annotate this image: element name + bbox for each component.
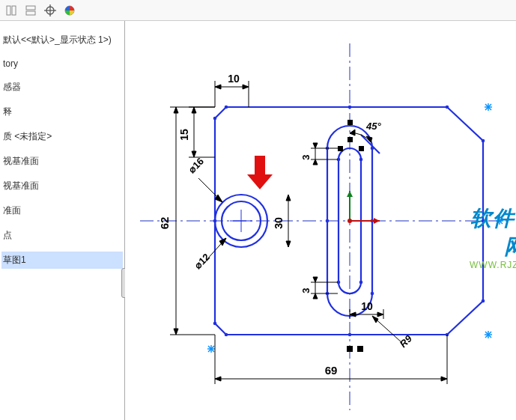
tree-history[interactable]: tory xyxy=(1,56,123,71)
svg-marker-103 xyxy=(215,377,221,381)
svg-point-17 xyxy=(225,333,228,337)
svg-point-11 xyxy=(446,106,449,109)
svg-marker-68 xyxy=(192,151,196,157)
dim-3-bot: 3 xyxy=(300,287,312,293)
dim-69: 69 xyxy=(325,364,338,377)
tool-btn-2[interactable] xyxy=(22,2,39,19)
tool-target-icon[interactable] xyxy=(42,2,58,19)
svg-marker-85 xyxy=(313,159,318,165)
tree-config[interactable]: 默认<<默认>_显示状态 1>) xyxy=(1,31,123,49)
svg-rect-2 xyxy=(26,6,35,10)
svg-rect-36 xyxy=(338,146,343,151)
svg-marker-41 xyxy=(347,191,353,197)
dim-10-slot: 10 xyxy=(361,300,373,312)
svg-point-27 xyxy=(359,158,363,162)
svg-marker-89 xyxy=(313,277,318,282)
svg-marker-84 xyxy=(313,143,318,148)
svg-point-9 xyxy=(225,106,228,109)
svg-marker-63 xyxy=(243,85,249,89)
svg-marker-67 xyxy=(192,107,196,113)
feature-tree-panel: 默认<<默认>_显示状态 1>) tory 感器 释 质 <未指定> 视基准面 … xyxy=(0,21,125,420)
svg-point-13 xyxy=(482,219,485,223)
svg-point-14 xyxy=(482,299,485,303)
graphics-viewport[interactable]: 10 15 62 ⌀16 ⌀12 30 xyxy=(125,21,516,420)
svg-marker-80 xyxy=(286,241,291,247)
svg-marker-73 xyxy=(174,329,178,335)
dim-15: 15 xyxy=(178,129,190,141)
svg-marker-62 xyxy=(215,85,221,89)
svg-point-8 xyxy=(213,117,217,121)
svg-rect-32 xyxy=(347,346,353,352)
dimensions: 10 15 62 ⌀16 ⌀12 30 xyxy=(158,73,447,384)
toolbar xyxy=(0,0,516,21)
dim-45deg: 45° xyxy=(365,121,381,132)
svg-point-30 xyxy=(326,219,330,223)
tree-plane-front[interactable]: 视基准面 xyxy=(1,153,123,170)
svg-marker-72 xyxy=(174,107,178,113)
circle-cross xyxy=(230,210,252,232)
svg-point-18 xyxy=(213,322,217,326)
tree-sketch1[interactable]: 草图1 xyxy=(1,252,123,269)
tree-material[interactable]: 质 <未指定> xyxy=(1,128,123,145)
svg-rect-35 xyxy=(347,137,353,142)
svg-rect-37 xyxy=(359,146,364,151)
svg-point-10 xyxy=(348,106,352,109)
svg-point-23 xyxy=(371,147,374,150)
dim-d12: ⌀12 xyxy=(192,252,212,271)
tree-sensor[interactable]: 感器 xyxy=(1,79,123,96)
svg-point-16 xyxy=(348,333,352,337)
svg-rect-33 xyxy=(357,346,363,352)
dim-30: 30 xyxy=(273,217,285,229)
svg-point-42 xyxy=(347,219,352,223)
tree-plane-top[interactable]: 视基准面 xyxy=(1,177,123,195)
svg-marker-97 xyxy=(377,312,383,317)
tree-plane-right[interactable]: 准面 xyxy=(1,202,123,219)
dim-62: 62 xyxy=(158,217,171,230)
svg-marker-104 xyxy=(441,377,447,381)
cad-sketch: 10 15 62 ⌀16 ⌀12 30 xyxy=(125,21,516,420)
svg-marker-90 xyxy=(313,293,318,299)
svg-rect-0 xyxy=(7,6,10,15)
red-arrow-icon xyxy=(247,156,273,189)
svg-rect-3 xyxy=(26,11,35,15)
svg-point-25 xyxy=(371,292,374,296)
origin-marker xyxy=(347,191,380,224)
dim-d16: ⌀16 xyxy=(186,156,206,175)
svg-point-29 xyxy=(359,281,363,284)
tree-annotation[interactable]: 释 xyxy=(1,103,123,121)
tool-btn-1[interactable] xyxy=(3,2,19,19)
svg-point-12 xyxy=(482,139,485,143)
svg-marker-79 xyxy=(286,195,291,201)
svg-rect-1 xyxy=(12,6,16,15)
svg-marker-39 xyxy=(374,218,380,224)
tool-appearance-icon[interactable] xyxy=(61,2,78,19)
dim-10-top: 10 xyxy=(228,73,240,85)
tree-origin[interactable]: 点 xyxy=(1,227,123,244)
svg-marker-91 xyxy=(350,130,355,136)
svg-rect-34 xyxy=(347,120,353,125)
dim-3-top: 3 xyxy=(300,154,312,159)
